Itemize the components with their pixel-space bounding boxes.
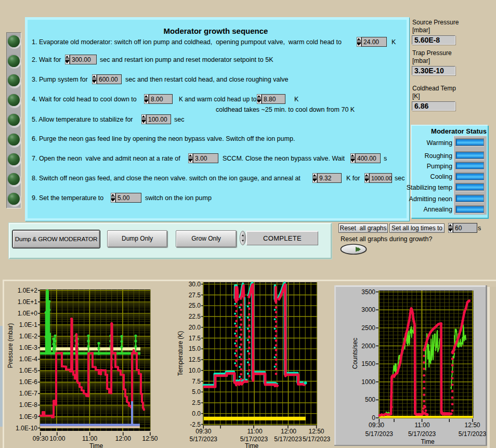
svg-text:12:00: 12:00 (281, 428, 296, 435)
svg-text:5/17/2023: 5/17/2023 (240, 436, 268, 443)
svg-text:500: 500 (365, 396, 375, 403)
svg-text:1.0E+1: 1.0E+1 (18, 298, 38, 306)
svg-text:1.0E+2: 1.0E+2 (18, 287, 38, 294)
svg-text:1.0E-3: 1.0E-3 (19, 344, 38, 351)
svg-text:1.0E-1: 1.0E-1 (19, 321, 38, 328)
svg-text:12:50: 12:50 (464, 421, 480, 429)
svg-text:Pressure (mbar): Pressure (mbar) (7, 323, 14, 368)
svg-text:5/17/2023: 5/17/2023 (408, 430, 436, 438)
svg-text:1.0E-6: 1.0E-6 (19, 378, 38, 386)
svg-text:10.0: 10.0 (189, 367, 201, 374)
svg-text:2500: 2500 (361, 324, 375, 332)
svg-text:09:30: 09:30 (195, 428, 211, 435)
svg-text:2.5: 2.5 (192, 399, 201, 406)
svg-text:20.0: 20.0 (189, 324, 201, 331)
svg-text:3000: 3000 (361, 306, 375, 313)
svg-text:5/17/2023: 5/17/2023 (274, 436, 302, 443)
svg-text:11:00: 11:00 (247, 428, 262, 435)
svg-text:27.5: 27.5 (189, 292, 201, 299)
svg-text:1.0E-8: 1.0E-8 (19, 401, 38, 409)
svg-text:1.0E-2: 1.0E-2 (19, 333, 38, 340)
svg-text:11:00: 11:00 (414, 421, 429, 429)
svg-text:5/17/2023: 5/17/2023 (190, 436, 218, 443)
svg-text:5/17/2023: 5/17/2023 (459, 430, 487, 438)
svg-text:09:30: 09:30 (369, 421, 384, 429)
svg-text:17.5: 17.5 (189, 335, 201, 342)
svg-text:5/17/2023: 5/17/2023 (303, 436, 331, 443)
svg-text:12:50: 12:50 (142, 435, 158, 442)
svg-text:1.0E-5: 1.0E-5 (19, 367, 38, 374)
svg-text:25.0: 25.0 (189, 302, 201, 309)
svg-text:5.0: 5.0 (192, 388, 201, 396)
svg-text:Temperature (K): Temperature (K) (177, 331, 184, 376)
svg-text:Time: Time (421, 438, 435, 445)
svg-text:-2.5: -2.5 (190, 421, 201, 428)
svg-text:3500: 3500 (361, 288, 375, 296)
svg-text:1.0E-9: 1.0E-9 (19, 413, 38, 420)
svg-text:1.0E-10: 1.0E-10 (16, 425, 37, 432)
svg-text:Time: Time (245, 442, 259, 448)
svg-text:2000: 2000 (361, 342, 375, 350)
svg-text:1.0E-4: 1.0E-4 (19, 355, 38, 363)
svg-text:0: 0 (372, 414, 375, 421)
svg-text:7.5: 7.5 (192, 378, 201, 385)
svg-text:10:00: 10:00 (49, 435, 65, 442)
svg-text:1.0E+0: 1.0E+0 (18, 310, 38, 317)
svg-text:0.0: 0.0 (192, 410, 201, 417)
svg-text:12:50: 12:50 (308, 428, 324, 435)
svg-text:1500: 1500 (361, 360, 375, 367)
svg-text:15.0: 15.0 (189, 345, 201, 352)
svg-text:30.0: 30.0 (189, 281, 201, 288)
svg-text:12:00: 12:00 (115, 435, 131, 442)
svg-text:11:00: 11:00 (82, 435, 97, 442)
svg-text:22.5: 22.5 (189, 313, 201, 320)
svg-text:1.0E-7: 1.0E-7 (19, 390, 38, 397)
svg-text:12.5: 12.5 (189, 356, 201, 363)
svg-text:1000: 1000 (361, 378, 375, 386)
svg-text:09:30: 09:30 (33, 435, 48, 442)
svg-text:Counts/sec: Counts/sec (351, 338, 359, 369)
svg-text:Time: Time (89, 442, 103, 448)
svg-text:5/17/2023: 5/17/2023 (366, 430, 394, 438)
